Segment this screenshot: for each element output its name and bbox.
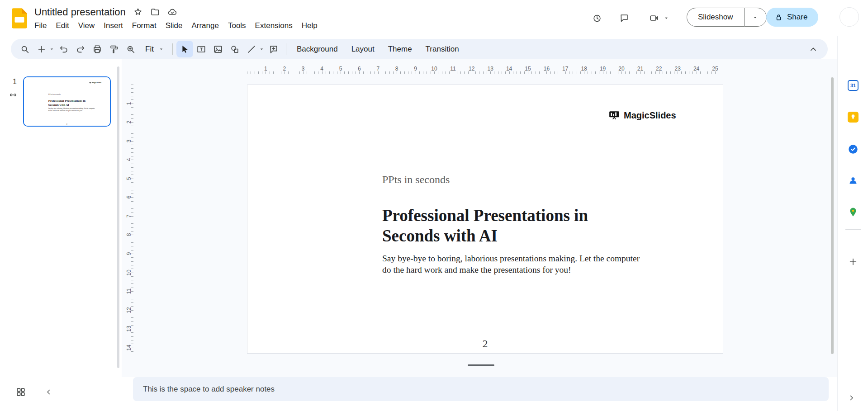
slideshow-button[interactable]: Slideshow (687, 8, 744, 27)
toolbar-divider (172, 43, 173, 55)
document-title[interactable]: Untitled presentation (34, 6, 126, 18)
slide-body-text[interactable]: Say bye-bye to boring, laborious present… (382, 253, 640, 275)
slideshow-label: Slideshow (698, 13, 733, 22)
redo-button[interactable] (72, 41, 89, 57)
slide-brand-logo[interactable]: MagicSlides (608, 109, 676, 121)
ruler-number: 7 (126, 215, 132, 218)
canvas-scrollbar[interactable] (831, 77, 834, 354)
insert-shape-button[interactable] (227, 41, 243, 57)
search-menus-button[interactable] (16, 41, 33, 57)
contacts-icon (848, 175, 859, 186)
zoom-fit-select[interactable]: Fit (139, 41, 169, 57)
shape-icon (230, 44, 240, 54)
menu-insert[interactable]: Insert (99, 20, 128, 32)
contacts-panel-button[interactable] (847, 175, 859, 186)
grid-view-button[interactable] (13, 384, 29, 400)
ruler-number: 14 (506, 66, 512, 72)
join-call-dropdown[interactable] (661, 9, 671, 27)
ruler-number: 5 (126, 177, 132, 180)
ruler-number: 1 (264, 66, 267, 72)
ruler-number: 19 (600, 66, 606, 72)
comments-button[interactable] (615, 9, 633, 27)
side-panel-rail: 31 (837, 36, 868, 411)
slide-editor[interactable]: MagicSlides PPts in seconds Professional… (247, 85, 723, 354)
share-button[interactable]: Share (766, 8, 818, 27)
slide-title-text[interactable]: Professional Presentations in Seconds wi… (382, 205, 588, 246)
theme-button[interactable]: Theme (381, 41, 419, 57)
calendar-panel-button[interactable]: 31 (847, 80, 859, 91)
paint-format-button[interactable] (105, 41, 122, 57)
lock-icon (774, 13, 783, 22)
slideshow-options-button[interactable] (744, 8, 767, 27)
ruler-number: 1 (126, 102, 132, 105)
maps-panel-button[interactable] (847, 206, 859, 218)
account-avatar[interactable] (840, 7, 859, 27)
select-tool-button[interactable] (176, 41, 193, 57)
menu-view[interactable]: View (74, 20, 100, 32)
hide-menus-button[interactable] (805, 41, 821, 57)
new-slide-button[interactable] (33, 41, 50, 57)
comment-add-icon (269, 44, 279, 54)
ruler-number: 22 (656, 66, 662, 72)
insert-line-button[interactable] (243, 41, 260, 57)
open-side-panel-button[interactable] (843, 390, 859, 406)
join-call-button[interactable] (645, 9, 663, 27)
slide-page-number[interactable]: 2 (247, 338, 723, 350)
menu-help[interactable]: Help (297, 20, 322, 32)
undo-button[interactable] (55, 41, 72, 57)
slide-title-line1: Professional Presentations in (382, 205, 588, 226)
keep-icon (848, 112, 859, 123)
ruler-number: 9 (414, 66, 417, 72)
insert-image-button[interactable] (210, 41, 227, 57)
tasks-icon (847, 143, 859, 155)
menu-edit[interactable]: Edit (51, 20, 73, 32)
slides-logo-icon[interactable] (12, 8, 27, 28)
get-addons-button[interactable] (847, 256, 859, 268)
notes-resize-handle[interactable] (468, 364, 494, 366)
filmstrip-scrollbar[interactable] (117, 66, 119, 368)
text-box-button[interactable] (193, 41, 210, 57)
main-toolbar: Fit Background Layout Theme Transition (11, 39, 828, 59)
zoom-in-icon (126, 44, 136, 54)
transition-button[interactable]: Transition (419, 41, 466, 57)
print-button[interactable] (89, 41, 105, 57)
keep-panel-button[interactable] (847, 111, 859, 123)
menu-extensions[interactable]: Extensions (251, 20, 297, 32)
slide-kicker-text[interactable]: PPts in seconds (382, 174, 450, 186)
version-history-button[interactable] (588, 9, 606, 27)
caret-down-icon (49, 46, 55, 52)
ruler-number: 6 (358, 66, 361, 72)
collapse-filmstrip-button[interactable] (41, 384, 57, 400)
slide-thumbnail-1[interactable]: MagicSlides PPts in seconds Professional… (23, 76, 111, 127)
slide-brand-text: MagicSlides (624, 110, 676, 121)
menu-tools[interactable]: Tools (223, 20, 251, 32)
horizontal-ruler: 1234567891011121314151617181920212223242… (125, 65, 723, 75)
ruler-number: 6 (126, 196, 132, 199)
ruler-number: 10 (431, 66, 437, 72)
menu-format[interactable]: Format (128, 20, 161, 32)
caret-down-icon (158, 46, 164, 52)
share-label: Share (787, 13, 807, 22)
document-title-row: Untitled presentation (34, 5, 177, 19)
ruler-number: 13 (126, 326, 132, 331)
print-icon (92, 44, 102, 54)
ruler-number: 14 (126, 345, 132, 350)
move-folder-icon[interactable] (150, 7, 160, 17)
cloud-saved-icon[interactable] (167, 7, 177, 17)
ruler-number: 7 (376, 66, 379, 72)
zoom-button[interactable] (122, 41, 139, 57)
menu-file[interactable]: File (30, 20, 51, 32)
background-button[interactable]: Background (290, 41, 345, 57)
tasks-panel-button[interactable] (847, 143, 859, 155)
menu-arrange[interactable]: Arrange (187, 20, 223, 32)
menu-slide[interactable]: Slide (161, 20, 187, 32)
layout-button[interactable]: Layout (345, 41, 381, 57)
speaker-notes-input[interactable]: This is the space to add speaker notes (133, 377, 829, 401)
ruler-number: 4 (320, 66, 323, 72)
new-slide-dropdown[interactable] (48, 41, 55, 57)
insert-comment-button[interactable] (266, 41, 282, 57)
line-dropdown[interactable] (258, 41, 266, 57)
star-icon[interactable] (133, 7, 143, 17)
ruler-number: 23 (675, 66, 681, 72)
thumb-brand-logo: MagicSlides (89, 82, 101, 84)
